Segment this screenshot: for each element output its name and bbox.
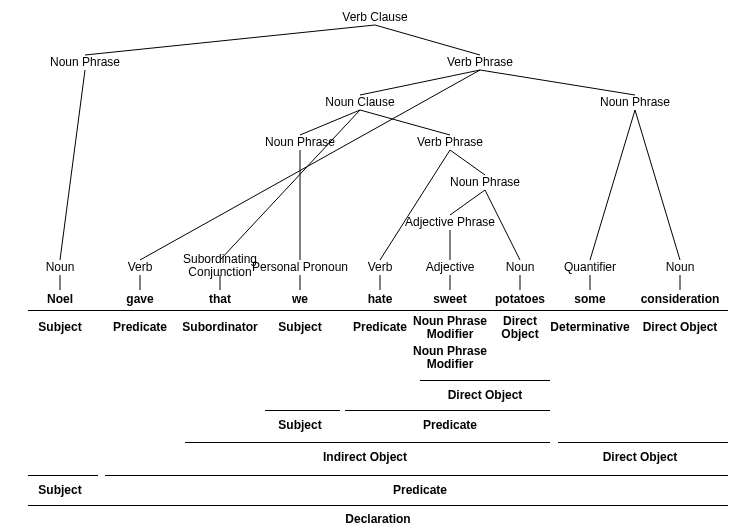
role-predicate-1: Predicate [113,320,167,334]
role-npmod-2a: Noun Phrase [413,344,487,358]
role-npmod-1b: Modifier [427,327,474,341]
hr-io [185,442,550,443]
node-np4: Noun Phrase [450,175,520,189]
role-subj-top: Subject [38,483,81,497]
role-pred-inner: Predicate [423,418,477,432]
word-consideration: consideration [641,292,720,306]
pos-noun: Noun [46,260,75,274]
word-hate: hate [368,292,393,306]
role-subj-inner: Subject [278,418,321,432]
word-sweet: sweet [433,292,466,306]
svg-line-12 [450,190,485,215]
node-root: Verb Clause [342,10,407,24]
svg-line-6 [220,110,360,260]
pos-sub2: Conjunction [188,265,251,279]
role-subordinator: Subordinator [182,320,257,334]
hr-subj-top [28,475,98,476]
pos-q: Quantifier [564,260,616,274]
pos-sub1: Subordinating [183,252,257,266]
node-vp1: Verb Phrase [447,55,513,69]
svg-line-0 [85,25,375,55]
word-that: that [209,292,231,306]
node-ap: Adjective Phrase [405,215,495,229]
hr-do-outer [558,442,728,443]
role-declaration: Declaration [345,512,410,526]
word-potatoes: potatoes [495,292,545,306]
role-do-1b: Object [501,327,538,341]
pos-pp: Personal Pronoun [252,260,348,274]
svg-line-3 [140,70,480,260]
hr-pred-inner [345,410,550,411]
syntax-tree: { "sentence": ["Noel","gave","that","we"… [0,0,750,531]
role-pred-top: Predicate [393,483,447,497]
svg-line-7 [300,110,360,135]
role-io: Indirect Object [323,450,407,464]
role-do-1a: Direct [503,314,537,328]
role-do-2: Direct Object [643,320,718,334]
hr-subj-inner [265,410,340,411]
word-we: we [292,292,308,306]
hr-decl [28,505,728,506]
node-nc: Noun Clause [325,95,394,109]
role-npmod-1a: Noun Phrase [413,314,487,328]
pos-verb2: Verb [368,260,393,274]
role-subject-2: Subject [278,320,321,334]
hr-pred-top [105,475,728,476]
node-np2: Noun Phrase [600,95,670,109]
underline-words [28,310,728,311]
svg-line-10 [380,150,450,260]
role-npmod-2b: Modifier [427,357,474,371]
svg-line-11 [450,150,485,175]
role-determinative: Determinative [550,320,629,334]
node-np3: Noun Phrase [265,135,335,149]
role-do-outer: Direct Object [603,450,678,464]
hr-do-inner [420,380,550,381]
svg-line-16 [635,110,680,260]
pos-verb1: Verb [128,260,153,274]
pos-noun3: Noun [666,260,695,274]
role-subject-1: Subject [38,320,81,334]
pos-adj: Adjective [426,260,475,274]
word-some: some [574,292,605,306]
node-vp2: Verb Phrase [417,135,483,149]
svg-line-5 [480,70,635,95]
svg-line-1 [375,25,480,55]
svg-line-8 [360,110,450,135]
svg-line-4 [360,70,480,95]
pos-noun2: Noun [506,260,535,274]
svg-line-15 [590,110,635,260]
role-do-inner: Direct Object [448,388,523,402]
node-np1: Noun Phrase [50,55,120,69]
word-gave: gave [126,292,153,306]
role-predicate-2: Predicate [353,320,407,334]
word-noel: Noel [47,292,73,306]
svg-line-2 [60,70,85,260]
